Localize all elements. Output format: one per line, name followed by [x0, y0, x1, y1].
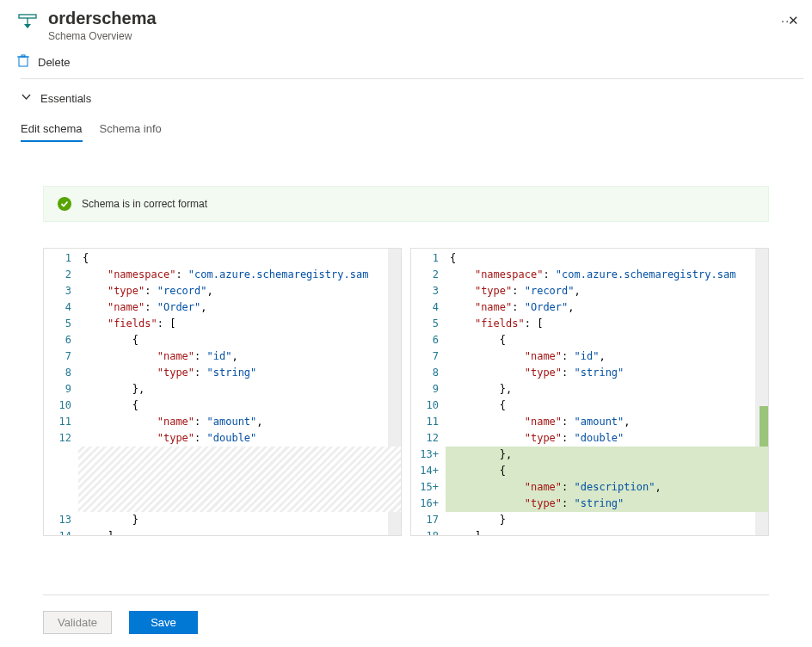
line-number: 13	[411, 447, 446, 463]
essentials-label: Essentials	[40, 92, 91, 105]
line-number: 5	[44, 316, 78, 332]
line-number: 10	[44, 397, 78, 414]
line-number: 9	[44, 381, 78, 397]
save-button[interactable]: Save	[129, 611, 198, 634]
line-number: 10	[411, 397, 446, 414]
code-line[interactable]: "fields": [	[450, 316, 768, 332]
code-line[interactable]: "fields": [	[83, 316, 401, 332]
line-number: 1	[44, 250, 78, 267]
line-number: 4	[44, 299, 78, 316]
line-number: 7	[44, 348, 78, 365]
code-line[interactable]: "name": "Order",	[83, 299, 401, 316]
line-number: 12	[44, 430, 78, 447]
line-number: 13	[44, 512, 78, 528]
line-number: 7	[411, 348, 446, 365]
code-line[interactable]: "namespace": "com.azure.schemaregistry.s…	[83, 267, 401, 283]
code-line[interactable]: "name": "id",	[450, 348, 768, 365]
code-line[interactable]: {	[450, 397, 768, 414]
line-number: 8	[44, 365, 78, 381]
line-number: 16	[411, 496, 446, 512]
code-line[interactable]: "name": "amount",	[450, 414, 768, 430]
code-line[interactable]: },	[450, 381, 768, 397]
diff-editors: 1234567891011121314 { "namespace": "com.…	[43, 248, 769, 536]
code-line[interactable]: "namespace": "com.azure.schemaregistry.s…	[450, 267, 768, 283]
status-message: Schema is in correct format	[82, 198, 207, 210]
code-line[interactable]: {	[83, 250, 401, 267]
line-number: 4	[411, 299, 446, 316]
schema-icon	[17, 12, 38, 33]
line-number: 1	[411, 250, 446, 267]
footer-divider	[43, 595, 769, 595]
line-number: 6	[44, 332, 78, 348]
svg-point-6	[58, 197, 71, 211]
line-number: 2	[411, 267, 446, 283]
page-subtitle: Schema Overview	[48, 30, 772, 42]
tab-schema-info[interactable]: Schema info	[100, 117, 162, 142]
line-number: 2	[44, 267, 78, 283]
line-number: 3	[411, 283, 446, 299]
line-number: 14	[44, 528, 78, 536]
svg-rect-3	[19, 57, 28, 66]
footer: Validate Save	[43, 595, 769, 634]
editor-left[interactable]: 1234567891011121314 { "namespace": "com.…	[43, 248, 402, 536]
code-line[interactable]: {	[83, 397, 401, 414]
tab-bar: Edit schema Schema info	[0, 117, 812, 143]
line-number: 12	[411, 430, 446, 447]
trash-icon	[17, 54, 38, 70]
validation-status: Schema is in correct format	[43, 186, 769, 222]
editor-right[interactable]: 123456789101112131415161718 { "namespace…	[410, 248, 769, 536]
svg-rect-0	[19, 15, 36, 18]
code-line[interactable]: ]	[450, 528, 768, 536]
delete-button[interactable]: Delete	[0, 42, 812, 78]
panel-header: orderschema Schema Overview ···	[0, 0, 812, 42]
essentials-toggle[interactable]: Essentials	[0, 79, 812, 117]
code-line[interactable]: {	[83, 332, 401, 348]
line-number: 15	[411, 479, 446, 496]
line-number: 11	[44, 414, 78, 430]
page-title: orderschema	[48, 9, 772, 28]
tab-edit-schema[interactable]: Edit schema	[21, 117, 83, 142]
code-line[interactable]: }	[450, 512, 768, 528]
code-line[interactable]: "name": "description",	[446, 479, 769, 496]
checkmark-icon	[58, 197, 71, 211]
line-number: 6	[411, 332, 446, 348]
code-line[interactable]: "name": "Order",	[450, 299, 768, 316]
line-number: 18	[411, 528, 446, 536]
code-line[interactable]: "name": "amount",	[83, 414, 401, 430]
line-number: 5	[411, 316, 446, 332]
svg-rect-5	[22, 55, 25, 57]
line-number: 17	[411, 512, 446, 528]
code-line[interactable]: {	[446, 463, 769, 479]
code-line[interactable]: }	[83, 512, 401, 528]
code-line[interactable]: ]	[83, 528, 401, 536]
validate-button[interactable]: Validate	[43, 611, 112, 634]
code-line[interactable]: {	[450, 250, 768, 267]
code-line[interactable]: "type": "record",	[450, 283, 768, 299]
code-line[interactable]: "name": "id",	[83, 348, 401, 365]
code-line[interactable]: "type": "string"	[446, 496, 769, 512]
code-line[interactable]: },	[83, 381, 401, 397]
chevron-down-icon	[21, 91, 40, 105]
svg-marker-2	[24, 24, 31, 28]
line-number: 8	[411, 365, 446, 381]
code-line[interactable]: },	[446, 447, 769, 463]
line-number: 14	[411, 463, 446, 479]
code-line[interactable]: "type": "double"	[450, 430, 768, 447]
code-line[interactable]: {	[450, 332, 768, 348]
line-number: 11	[411, 414, 446, 430]
delete-label: Delete	[38, 56, 71, 69]
code-line[interactable]: "type": "string"	[450, 365, 768, 381]
scrollbar[interactable]	[798, 77, 812, 647]
line-number: 3	[44, 283, 78, 299]
close-button[interactable]: ✕	[788, 13, 799, 28]
code-line[interactable]: "type": "string"	[83, 365, 401, 381]
content-area: Schema is in correct format 123456789101…	[0, 143, 812, 553]
line-number: 9	[411, 381, 446, 397]
code-line[interactable]: "type": "record",	[83, 283, 401, 299]
code-line[interactable]: "type": "double"	[83, 430, 401, 447]
